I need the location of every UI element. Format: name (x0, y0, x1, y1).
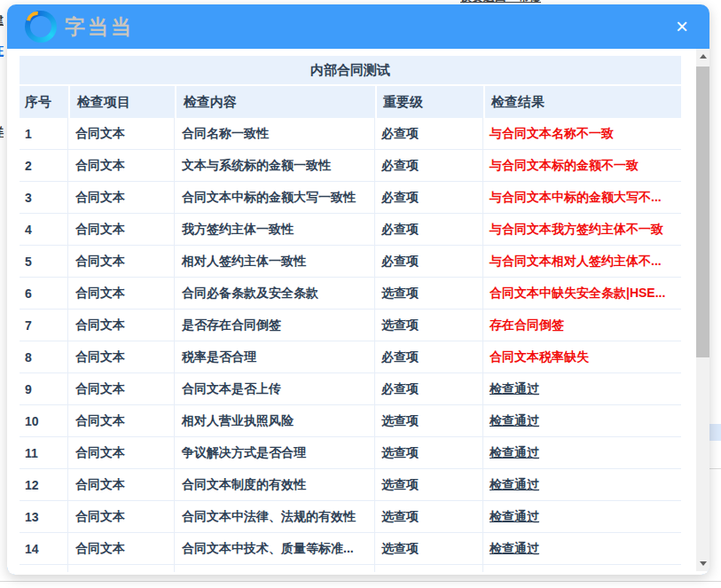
table-row: 9合同文本合同文本是否上传必查项检查通过 (20, 373, 681, 405)
page-background: 议资返回—帮修 建 证 详 8 字当当 × 内部合同测试 序号 检查项目 (0, 0, 721, 588)
cell-result: 存在合同倒签 (483, 310, 681, 341)
header-item: 检查项目 (68, 86, 175, 118)
cell-result: 合同文本税率缺失 (483, 341, 681, 372)
cell-result: 与合同文本我方签约主体不一致 (483, 214, 681, 245)
scrollbar-thumb[interactable] (696, 67, 709, 357)
cell-content: 合同必备条款及安全条款 (175, 278, 375, 309)
cell-result[interactable]: 检查通过 (483, 437, 681, 468)
cell-no: 9 (20, 373, 68, 404)
table-row: 4合同文本我方签约主体一致性必查项与合同文本我方签约主体不一致 (20, 214, 681, 246)
cell-level: 选查项 (375, 278, 483, 309)
cell-no: 12 (20, 469, 68, 500)
logo-icon (25, 11, 57, 43)
cell-content: 是否存在合同倒签 (175, 310, 375, 341)
table-row: 8合同文本税率是否合理必查项合同文本税率缺失 (20, 341, 681, 373)
cell-result[interactable]: 检查通过 (483, 405, 681, 436)
table-row: 11合同文本争议解决方式是否合理选查项检查通过 (20, 437, 681, 469)
cell-content: 合同文本中技术、质量等标准... (175, 533, 375, 564)
page-bottom-divider (0, 581, 721, 582)
cell-no: 4 (20, 214, 68, 245)
clipped-left-link-4: 8 (0, 530, 4, 545)
table-header-row: 序号 检查项目 检查内容 重要级 检查结果 (20, 86, 681, 118)
clipped-left-link-3: 详 (0, 124, 6, 140)
cell-content: 合同文本制度的有效性 (175, 469, 375, 500)
cell-content: 相对人签约主体一致性 (175, 246, 375, 277)
scroll-up-button[interactable] (696, 49, 709, 64)
app-logo: 字当当 (25, 11, 134, 43)
close-icon[interactable]: × (670, 14, 694, 39)
cell-content: 相对人营业执照风险 (175, 405, 375, 436)
scroll-down-button[interactable] (696, 556, 709, 571)
table-row: 6合同文本合同必备条款及安全条款选查项合同文本中缺失安全条款|HSE... (20, 278, 681, 310)
cell-item: 合同文本 (68, 118, 175, 149)
table-row: 5合同文本相对人签约主体一致性必查项与合同文本相对人签约主体不... (20, 246, 681, 278)
table-row: 13合同文本合同文本中法律、法规的有效性选查项检查通过 (20, 501, 681, 533)
cell-level: 选查项 (375, 437, 483, 468)
cell-item: 合同文本 (68, 278, 175, 309)
cell-content: 争议解决方式是否合理 (175, 437, 375, 468)
cell-level: 必查项 (375, 118, 483, 149)
check-result-table: 内部合同测试 序号 检查项目 检查内容 重要级 检查结果 1合同文本合同名称一致… (20, 56, 681, 572)
cell-item: 合同文本 (68, 373, 175, 404)
cell-level: 必查项 (375, 182, 483, 213)
cell-no: 8 (20, 341, 68, 372)
table-row: 1合同文本合同名称一致性必查项与合同文本名称不一致 (20, 118, 681, 150)
table-scrollbar[interactable] (696, 49, 709, 571)
arrow-down-icon (700, 561, 707, 566)
cell-content: 合同文本中法律、法规的有效性 (175, 501, 375, 532)
cell-result[interactable]: 检查通过 (483, 533, 681, 564)
cell-result: 与合同文本名称不一致 (483, 118, 681, 149)
cell-content: 我方签约主体一致性 (175, 214, 375, 245)
cell-item: 合同文本 (68, 405, 175, 436)
dialog-header: 字当当 × (7, 4, 709, 49)
cell-result[interactable]: 检查通过 (483, 373, 681, 404)
cell-item: 合同文本 (68, 150, 175, 181)
cell-item: 合同文本 (68, 246, 175, 277)
cell-content: 合同文本中标的金额大写一致性 (175, 182, 375, 213)
cell-content: 合同名称一致性 (175, 118, 375, 149)
cell-result: 与合同文本标的金额不一致 (483, 150, 681, 181)
cell-content: 合同文本是否上传 (175, 373, 375, 404)
cell-level: 选查项 (375, 533, 483, 564)
cell-item: 合同文本 (68, 469, 175, 500)
dialog-body: 内部合同测试 序号 检查项目 检查内容 重要级 检查结果 1合同文本合同名称一致… (7, 49, 709, 575)
header-level: 重要级 (375, 86, 483, 118)
header-content: 检查内容 (175, 86, 375, 118)
cell-level: 必查项 (375, 341, 483, 372)
cell-item: 合同文本 (68, 214, 175, 245)
clipped-right-divider (709, 468, 721, 469)
cell-level: 必查项 (375, 150, 483, 181)
table-rows: 1合同文本合同名称一致性必查项与合同文本名称不一致2合同文本文本与系统标的金额一… (20, 118, 681, 565)
contract-check-dialog: 字当当 × 内部合同测试 序号 检查项目 检查内容 重要级 检查结果 1合同文本… (7, 4, 709, 575)
cell-item: 合同文本 (68, 533, 175, 564)
cell-item: 合同文本 (68, 437, 175, 468)
table-row: 3合同文本合同文本中标的金额大写一致性必查项与合同文本中标的金额大写不... (20, 182, 681, 214)
cell-no: 1 (20, 118, 68, 149)
cell-result[interactable]: 检查通过 (483, 469, 681, 500)
clipped-right-box (709, 424, 721, 441)
table-row: 14合同文本合同文本中技术、质量等标准...选查项检查通过 (20, 533, 681, 565)
table-row: 12合同文本合同文本制度的有效性选查项检查通过 (20, 469, 681, 501)
cell-content: 税率是否合理 (175, 341, 375, 372)
cell-level: 选查项 (375, 405, 483, 436)
table-row: 7合同文本是否存在合同倒签选查项存在合同倒签 (20, 310, 681, 341)
header-no: 序号 (20, 86, 68, 118)
cell-no: 10 (20, 405, 68, 436)
cell-no: 13 (20, 501, 68, 532)
partial-next-row (20, 565, 681, 572)
cell-item: 合同文本 (68, 182, 175, 213)
cell-no: 3 (20, 182, 68, 213)
table-row: 2合同文本文本与系统标的金额一致性必查项与合同文本标的金额不一致 (20, 150, 681, 182)
cell-item: 合同文本 (68, 341, 175, 372)
cell-result: 合同文本中缺失安全条款|HSE... (483, 278, 681, 309)
arrow-up-icon (700, 54, 707, 59)
cell-no: 6 (20, 278, 68, 309)
cell-level: 选查项 (375, 501, 483, 532)
cell-result[interactable]: 检查通过 (483, 501, 681, 532)
cell-level: 必查项 (375, 373, 483, 404)
cell-result: 与合同文本相对人签约主体不... (483, 246, 681, 277)
cell-no: 14 (20, 533, 68, 564)
cell-no: 11 (20, 437, 68, 468)
cell-no: 2 (20, 150, 68, 181)
logo-text: 字当当 (65, 13, 134, 41)
